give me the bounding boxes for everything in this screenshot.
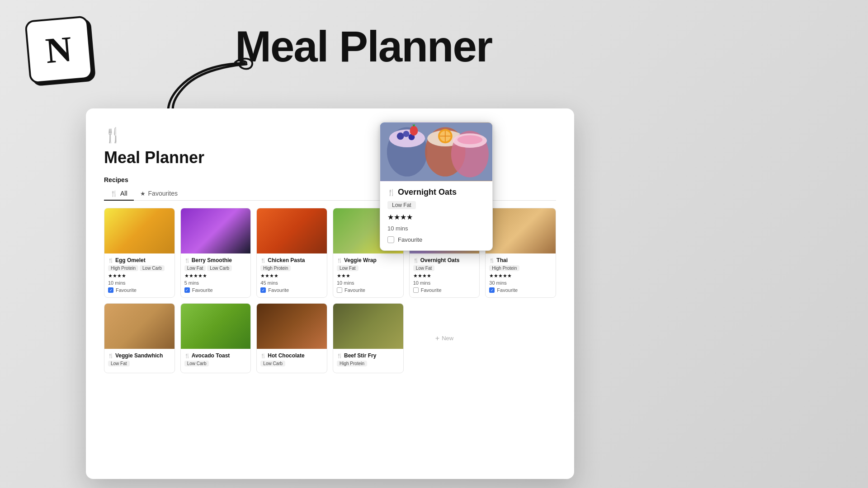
- card-hot-chocolate-tags: Low Carb: [260, 361, 323, 366]
- card-veggie-wrap-tags: Low Fat: [337, 265, 400, 271]
- card-overnight-oats-tags: Low Fat: [413, 265, 476, 271]
- tab-all[interactable]: 🍴 All: [104, 187, 134, 201]
- card-avocado-toast-tags: Low Carb: [184, 361, 247, 366]
- card-chicken-pasta-name: 🍴 Chicken Pasta: [260, 257, 323, 263]
- card-avocado-toast-img: [181, 304, 251, 349]
- card-beef-stir-fry[interactable]: 🍴 Beef Stir Fry High Protein: [333, 303, 404, 373]
- card-chicken-pasta[interactable]: 🍴 Chicken Pasta High Protein ★★★★ 45 min…: [256, 208, 327, 298]
- popup-fav-row[interactable]: Favourite: [387, 236, 485, 243]
- card-veggie-wrap-time: 10 mins: [337, 280, 400, 286]
- popup-stars: ★★★★: [387, 213, 485, 221]
- card-avocado-toast-name: 🍴 Avocado Toast: [184, 352, 247, 359]
- new-card-button[interactable]: + New: [409, 303, 480, 373]
- card-berry-smoothie-stars: ★★★★★: [184, 273, 247, 279]
- card-overnight-oats-name: 🍴 Overnight Oats: [413, 257, 476, 263]
- notion-logo: N: [27, 18, 90, 81]
- card-egg-omelet-img: [104, 208, 175, 253]
- tab-fav-label: Favourites: [148, 190, 178, 197]
- tab-all-label: All: [120, 190, 127, 197]
- card-overnight-oats-fav[interactable]: Favourite: [413, 287, 476, 293]
- card-veggie-sandwhich[interactable]: 🍴 Veggie Sandwhich Low Fat: [104, 303, 175, 373]
- card-egg-omelet-time: 10 mins: [108, 280, 171, 286]
- popup-fav-label: Favourite: [398, 236, 422, 243]
- popup-img-art: [380, 122, 492, 181]
- fav-checkbox[interactable]: ✓: [260, 287, 266, 293]
- popup-time: 10 mins: [387, 225, 485, 232]
- svg-point-6: [410, 126, 418, 136]
- card-thai-tags: High Protein: [489, 265, 552, 271]
- card-overnight-oats-time: 10 mins: [413, 280, 476, 286]
- card-egg-omelet-stars: ★★★★: [108, 273, 171, 279]
- card-veggie-wrap-name: 🍴 Veggie Wrap: [337, 257, 400, 263]
- card-veggie-wrap-stars: ★★★: [337, 273, 400, 279]
- popup-tag: Low Fat: [387, 201, 416, 209]
- card-egg-omelet-fav[interactable]: ✓ Favourite: [108, 287, 171, 293]
- card-thai-stars: ★★★★★: [489, 273, 552, 279]
- popup-card-overnight-oats[interactable]: 🍴 Overnight Oats Low Fat ★★★★ 10 mins Fa…: [380, 122, 493, 251]
- page-title-area: Meal Planner: [235, 25, 492, 68]
- card-chicken-pasta-fav[interactable]: ✓ Favourite: [260, 287, 323, 293]
- card-beef-stir-fry-tags: High Protein: [337, 361, 400, 366]
- tab-favourites[interactable]: ★ Favourites: [134, 187, 184, 201]
- fav-checkbox[interactable]: ✓: [108, 287, 113, 293]
- svg-point-3: [397, 132, 404, 140]
- card-veggie-sandwhich-img: [104, 304, 175, 349]
- new-button-label: New: [442, 335, 453, 342]
- card-hot-chocolate-img: [257, 304, 327, 349]
- svg-point-4: [403, 131, 410, 137]
- card-veggie-sandwhich-name: 🍴 Veggie Sandwhich: [108, 352, 171, 359]
- card-thai-time: 30 mins: [489, 280, 552, 286]
- card-beef-stir-fry-name: 🍴 Beef Stir Fry: [337, 352, 400, 359]
- card-thai[interactable]: 🍴 Thai High Protein ★★★★★ 30 mins ✓ Favo…: [485, 208, 556, 298]
- card-chicken-pasta-tags: High Protein: [260, 265, 323, 271]
- cards-grid-row2: 🍴 Veggie Sandwhich Low Fat 🍴 Avocado Toa…: [104, 303, 556, 373]
- card-thai-img: [486, 208, 556, 253]
- card-thai-name: 🍴 Thai: [489, 257, 552, 263]
- fav-checkbox[interactable]: ✓: [184, 287, 190, 293]
- card-berry-smoothie-img: [181, 208, 251, 253]
- new-button-icon: +: [435, 334, 439, 343]
- card-berry-smoothie-time: 5 mins: [184, 280, 247, 286]
- card-hot-chocolate-name: 🍴 Hot Chocolate: [260, 352, 323, 359]
- card-chicken-pasta-img: [257, 208, 327, 253]
- card-veggie-wrap-fav[interactable]: Favourite: [337, 287, 400, 293]
- popup-body: 🍴 Overnight Oats Low Fat ★★★★ 10 mins Fa…: [380, 181, 492, 250]
- card-avocado-toast[interactable]: 🍴 Avocado Toast Low Carb: [180, 303, 251, 373]
- popup-fav-checkbox[interactable]: [387, 236, 394, 243]
- card-berry-smoothie-fav[interactable]: ✓ Favourite: [184, 287, 247, 293]
- card-veggie-sandwhich-tags: Low Fat: [108, 361, 171, 366]
- fav-checkbox[interactable]: ✓: [489, 287, 495, 293]
- tab-all-icon: 🍴: [110, 190, 118, 197]
- page-title: Meal Planner: [235, 25, 492, 68]
- card-chicken-pasta-time: 45 mins: [260, 280, 323, 286]
- tab-fav-icon: ★: [140, 190, 146, 197]
- svg-point-15: [458, 135, 483, 144]
- card-thai-fav[interactable]: ✓ Favourite: [489, 287, 552, 293]
- card-egg-omelet[interactable]: 🍴 Egg Omelet High Protein Low Carb ★★★★ …: [104, 208, 175, 298]
- card-berry-smoothie-tags: Low Fat Low Carb: [184, 265, 247, 271]
- card-beef-stir-fry-img: [333, 304, 403, 349]
- popup-name: 🍴 Overnight Oats: [387, 188, 485, 197]
- popup-name-icon: 🍴: [387, 189, 395, 196]
- card-berry-smoothie-name: 🍴 Berry Smoothie: [184, 257, 247, 263]
- card-berry-smoothie[interactable]: 🍴 Berry Smoothie Low Fat Low Carb ★★★★★ …: [180, 208, 251, 298]
- notion-logo-letter: N: [44, 28, 73, 71]
- card-chicken-pasta-stars: ★★★★: [260, 273, 323, 279]
- card-hot-chocolate[interactable]: 🍴 Hot Chocolate Low Carb: [256, 303, 327, 373]
- card-egg-omelet-tags: High Protein Low Carb: [108, 265, 171, 271]
- fav-checkbox[interactable]: [337, 287, 342, 293]
- card-overnight-oats-stars: ★★★★: [413, 273, 476, 279]
- fav-checkbox[interactable]: [413, 287, 419, 293]
- app-window: 🍴 Meal Planner Recipes 🍴 All ★ Favourite…: [86, 108, 574, 479]
- popup-card-img: [380, 122, 492, 181]
- card-egg-omelet-name: 🍴 Egg Omelet: [108, 257, 171, 263]
